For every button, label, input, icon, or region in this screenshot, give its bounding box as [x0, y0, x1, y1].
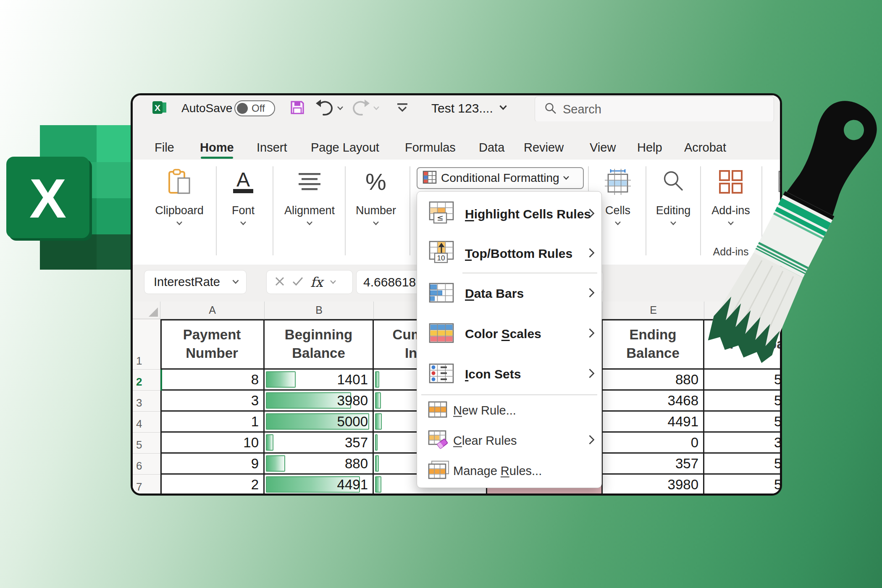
cell-F5[interactable]: 3: [704, 433, 782, 454]
undo-button[interactable]: [315, 95, 344, 121]
cell-A5[interactable]: 10: [160, 433, 265, 454]
tab-data[interactable]: Data: [479, 141, 504, 155]
menu-item-icon-sets[interactable]: Icon Sets: [417, 354, 601, 394]
ribbon-group-divider: [273, 166, 273, 255]
editing-icon: [648, 168, 698, 196]
color-scales-icon: [429, 323, 455, 345]
cell-F6[interactable]: 5: [704, 454, 782, 475]
chevron-right-icon: [588, 287, 595, 300]
name-box[interactable]: InterestRate: [144, 270, 247, 294]
cell-B7[interactable]: 4491: [265, 475, 374, 496]
menu-item-new-rule[interactable]: New Rule...: [417, 395, 601, 425]
data-bar: [375, 476, 381, 493]
menu-item-color-scales[interactable]: Color Scales: [417, 314, 601, 354]
row-header-7[interactable]: 7: [133, 475, 160, 496]
cell-F4[interactable]: 50: [704, 412, 782, 433]
header-line: Number: [186, 344, 238, 362]
redo-button[interactable]: [351, 95, 380, 121]
col-header-E[interactable]: E: [603, 302, 704, 319]
cell-A3[interactable]: 3: [160, 391, 265, 412]
col-header-F[interactable]: F: [704, 302, 782, 319]
ribbon-group-clipped[interactable]: A: [769, 160, 782, 265]
cell-E7[interactable]: 3980: [603, 475, 704, 496]
cell-A1[interactable]: PaymentNumber: [160, 319, 265, 370]
cell-B5[interactable]: 357: [265, 433, 374, 454]
menu-item-top-bottom-rules[interactable]: 10 Top/Bottom Rules: [417, 235, 601, 273]
ribbon-group-editing[interactable]: Editing: [648, 160, 698, 265]
formula-controls: fx: [266, 270, 353, 294]
tab-home[interactable]: Home: [200, 141, 234, 155]
ribbon-group-clipboard[interactable]: Clipboard: [148, 160, 211, 265]
row-header-5[interactable]: 5: [133, 433, 160, 454]
font-icon: A: [217, 168, 270, 196]
document-title[interactable]: Test 123....: [431, 95, 507, 121]
row-header-6[interactable]: 6: [133, 454, 160, 475]
row-header-3[interactable]: 3: [133, 391, 160, 412]
svg-text:X: X: [155, 103, 160, 113]
cell-A7[interactable]: 2: [160, 475, 265, 496]
row-header-4[interactable]: 4: [133, 412, 160, 433]
search-placeholder: Search: [563, 102, 601, 116]
cell-E4[interactable]: 4491: [603, 412, 704, 433]
chevron-right-icon: [588, 208, 595, 220]
row-header-2[interactable]: 2: [133, 370, 160, 391]
tab-insert[interactable]: Insert: [257, 141, 287, 155]
col-header-A[interactable]: A: [160, 302, 265, 319]
ribbon-tab-bar: FileHomeInsertPage LayoutFormulasDataRev…: [133, 121, 780, 160]
tab-acrobat[interactable]: Acrobat: [684, 141, 726, 155]
excel-logo: X: [4, 122, 143, 273]
cell-E3[interactable]: 3468: [603, 391, 704, 412]
cell-F3[interactable]: 5: [704, 391, 782, 412]
header-line: Beginning: [285, 326, 352, 344]
cell-A2[interactable]: 8: [160, 370, 265, 391]
col-header-B[interactable]: B: [265, 302, 374, 319]
search-icon: [544, 102, 557, 116]
data-bar: [375, 434, 378, 451]
excel-app-icon[interactable]: X: [151, 95, 168, 121]
menu-item-manage-rules[interactable]: Manage Rules...: [417, 456, 601, 486]
formula-value: 4.668618: [363, 275, 416, 289]
cell-E1[interactable]: EndingBalance: [603, 319, 704, 370]
ribbon-group-font[interactable]: A Font: [217, 160, 270, 265]
cell-B4[interactable]: 5000: [265, 412, 374, 433]
cell-value: 357: [345, 435, 368, 451]
cell-F7[interactable]: 5: [704, 475, 782, 496]
tab-formulas[interactable]: Formulas: [405, 141, 456, 155]
chevron-right-icon: [588, 434, 595, 447]
cell-B6[interactable]: 880: [265, 454, 374, 475]
cell-F1[interactable]: Principal: [704, 319, 782, 370]
ribbon-group-add-ins[interactable]: Add-ins: [706, 160, 756, 265]
save-button[interactable]: [289, 95, 306, 121]
menu-item-clear-rules[interactable]: Clear Rules: [417, 425, 601, 456]
cell-E6[interactable]: 357: [603, 454, 704, 475]
ribbon-group-alignment[interactable]: Alignment: [280, 160, 339, 265]
cell-A6[interactable]: 9: [160, 454, 265, 475]
menu-item-data-bars[interactable]: Data Bars: [417, 273, 601, 314]
cell-B2[interactable]: 1401: [265, 370, 374, 391]
select-all-button[interactable]: [133, 302, 160, 319]
cell-B1[interactable]: BeginningBalance: [265, 319, 374, 370]
conditional-formatting-button[interactable]: Conditional Formatting: [417, 167, 584, 189]
search-box[interactable]: Search: [535, 96, 774, 122]
row-header-1[interactable]: 1: [133, 319, 160, 370]
cell-A4[interactable]: 1: [160, 412, 265, 433]
cell-value-clipped: 3: [774, 435, 782, 451]
menu-item-highlight-cells-rules[interactable]: ≤ Highlight Cells Rules: [417, 194, 601, 235]
cell-F2[interactable]: 5: [704, 370, 782, 391]
tab-review[interactable]: Review: [524, 141, 564, 155]
tab-view[interactable]: View: [590, 141, 616, 155]
cell-value: 4491: [337, 477, 368, 493]
cancel-icon[interactable]: [274, 276, 285, 289]
autosave-toggle[interactable]: Off: [234, 100, 275, 116]
tab-file[interactable]: File: [155, 141, 174, 155]
ribbon-group-number[interactable]: % Number: [347, 160, 405, 265]
cell-E2[interactable]: 880: [603, 370, 704, 391]
cell-value-clipped: 5: [774, 477, 782, 493]
tab-page-layout[interactable]: Page Layout: [311, 141, 379, 155]
insert-function-icon[interactable]: fx: [310, 274, 323, 290]
tab-help[interactable]: Help: [637, 141, 662, 155]
cell-B3[interactable]: 3980: [265, 391, 374, 412]
cell-E5[interactable]: 0: [603, 433, 704, 454]
enter-icon[interactable]: [292, 276, 304, 288]
customize-toolbar-button[interactable]: [394, 95, 411, 121]
